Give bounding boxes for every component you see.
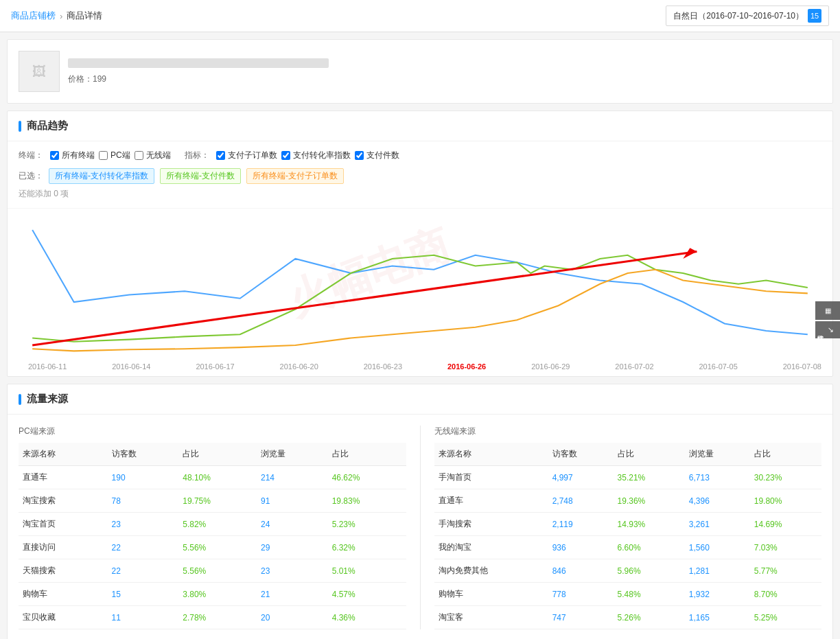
date-picker[interactable]: 自然日（2016-07-10~2016-07-10） 15 [666, 5, 829, 26]
pc-table-header: 来源名称 访客数 占比 浏览量 占比 [19, 443, 406, 466]
product-price: 价格：199 [68, 73, 821, 85]
selected-tags-row: 已选： 所有终端-支付转化率指数 所有终端-支付件数 所有终端-支付子订单数 [19, 168, 821, 184]
table-row: 手淘首页 4,997 35.21% 6,713 30.23% [434, 466, 822, 489]
views: 24 [257, 513, 328, 536]
traffic-divider [420, 426, 421, 629]
wireless-table-header: 来源名称 访客数 占比 浏览量 占比 [434, 443, 822, 466]
pct1: 5.82% [178, 513, 257, 536]
table-row: 宝贝收藏 11 2.78% 20 4.36% [19, 606, 406, 629]
terminal-wireless[interactable]: 无线端 [135, 150, 171, 161]
header-bar [19, 121, 21, 132]
wireless-table-body: 手淘首页 4,997 35.21% 6,713 30.23% 直通车 2,748… [434, 466, 822, 629]
visitors: 846 [548, 559, 614, 583]
tag-orders[interactable]: 所有终端-支付子订单数 [246, 168, 344, 184]
breadcrumb: 商品店铺榜 › 商品详情 [11, 10, 102, 22]
visitors: 190 [108, 466, 179, 489]
pct1: 35.21% [614, 466, 685, 489]
tag-conversion[interactable]: 所有终端-支付转化率指数 [49, 168, 154, 184]
indicator-conversion[interactable]: 支付转化率指数 [281, 150, 351, 161]
source-name: 淘内免费其他 [434, 559, 548, 583]
pct1: 2.78% [178, 606, 257, 629]
pct2: 5.23% [328, 513, 406, 536]
indicators-label: 指标： [185, 150, 209, 161]
visitors: 936 [548, 536, 614, 559]
pct1: 5.96% [614, 559, 685, 583]
source-name: 手淘搜索 [434, 513, 548, 536]
visitors: 11 [108, 606, 179, 629]
table-row: 直接访问 22 5.56% 29 6.32% [19, 536, 406, 559]
pct2: 19.80% [750, 489, 821, 513]
pct1: 19.36% [614, 489, 685, 513]
visitors: 15 [108, 583, 179, 606]
pc-col-visitors: 访客数 [108, 443, 179, 466]
pc-col-views: 浏览量 [257, 443, 328, 466]
pc-col-name: 来源名称 [19, 443, 108, 466]
pc-col-pct2: 占比 [328, 443, 406, 466]
pct2: 5.01% [328, 559, 406, 583]
pct2: 46.62% [328, 466, 406, 489]
trend-title: 商品趋势 [27, 119, 68, 132]
traffic-content: PC端来源 来源名称 访客数 占比 浏览量 占比 直通车 190 48.10% [8, 415, 832, 639]
visitors: 22 [108, 536, 179, 559]
pct2: 8.70% [750, 583, 821, 606]
views: 3,261 [685, 513, 750, 536]
wireless-traffic-title: 无线端来源 [434, 426, 822, 437]
wl-col-views: 浏览量 [685, 443, 750, 466]
pct2: 19.83% [328, 489, 406, 513]
breadcrumb-parent[interactable]: 商品店铺榜 [11, 10, 56, 22]
tag-pieces[interactable]: 所有终端-支付件数 [160, 168, 241, 184]
pct1: 5.56% [178, 559, 257, 583]
traffic-header-bar [19, 394, 21, 405]
terminal-group: 终端： 所有终端 PC端 无线端 [19, 150, 171, 161]
table-row: 淘宝首页 23 5.82% 24 5.23% [19, 513, 406, 536]
terminal-pc[interactable]: PC端 [99, 150, 130, 161]
views: 4,396 [685, 489, 750, 513]
pct2: 7.03% [750, 536, 821, 559]
product-details: 价格：199 [68, 58, 821, 85]
pct2: 5.25% [750, 606, 821, 629]
source-name: 手淘首页 [434, 466, 548, 489]
svg-text:火幅电商: 火幅电商 [281, 220, 456, 325]
terminal-all[interactable]: 所有终端 [50, 150, 95, 161]
table-row: 淘内免费其他 846 5.96% 1,281 5.77% [434, 559, 822, 583]
source-name: 淘宝客 [434, 606, 548, 629]
table-row: 淘宝客 747 5.26% 1,165 5.25% [434, 606, 822, 629]
table-row: 淘宝搜索 78 19.75% 91 19.83% [19, 489, 406, 513]
add-more: 还能添加 0 项 [19, 188, 821, 200]
traffic-title: 流量来源 [27, 393, 68, 406]
pc-col-pct1: 占比 [178, 443, 257, 466]
date-picker-label: 自然日（2016-07-10~2016-07-10） [673, 10, 804, 22]
pc-table-body: 直通车 190 48.10% 214 46.62% 淘宝搜索 78 19.75%… [19, 466, 406, 629]
indicator-orders[interactable]: 支付子订单数 [216, 150, 277, 161]
views: 1,932 [685, 583, 750, 606]
pct1: 5.56% [178, 536, 257, 559]
views: 214 [257, 466, 328, 489]
qr-button[interactable]: ▦ [815, 301, 840, 320]
table-row: 购物车 15 3.80% 21 4.57% [19, 583, 406, 606]
pct2: 30.23% [750, 466, 821, 489]
views: 1,560 [685, 536, 750, 559]
views: 1,165 [685, 606, 750, 629]
wl-col-pct1: 占比 [614, 443, 685, 466]
source-name: 我的淘宝 [434, 536, 548, 559]
pc-table: 来源名称 访客数 占比 浏览量 占比 直通车 190 48.10% 214 46… [19, 443, 406, 629]
product-image: 🖼 [19, 51, 60, 92]
pct2: 4.57% [328, 583, 406, 606]
indicators-group: 指标： 支付子订单数 支付转化率指数 支付件数 [185, 150, 399, 161]
traffic-section: 流量来源 PC端来源 来源名称 访客数 占比 浏览量 占比 直通车 [7, 384, 833, 639]
controls-row-1: 终端： 所有终端 PC端 无线端 指标： 支付子订单数 [19, 150, 821, 161]
product-info: 🖼 价格：199 [7, 39, 833, 104]
visitors: 2,119 [548, 513, 614, 536]
indicator-pieces[interactable]: 支付件数 [355, 150, 399, 161]
views: 1,281 [685, 559, 750, 583]
views: 6,713 [685, 466, 750, 489]
table-row: 我的淘宝 936 6.60% 1,560 7.03% [434, 536, 822, 559]
wireless-traffic-table: 无线端来源 来源名称 访客数 占比 浏览量 占比 手淘首页 4,997 35.2… [434, 426, 822, 629]
source-name: 购物车 [19, 583, 108, 606]
pct2: 6.32% [328, 536, 406, 559]
pct1: 3.80% [178, 583, 257, 606]
pc-traffic-table: PC端来源 来源名称 访客数 占比 浏览量 占比 直通车 190 48.10% [19, 426, 406, 629]
trend-section: 商品趋势 终端： 所有终端 PC端 无线端 指标： [7, 111, 833, 377]
wireless-table: 来源名称 访客数 占比 浏览量 占比 手淘首页 4,997 35.21% 6,7… [434, 443, 822, 629]
feedback-button[interactable]: ↗ 意见反馈 [815, 321, 840, 338]
